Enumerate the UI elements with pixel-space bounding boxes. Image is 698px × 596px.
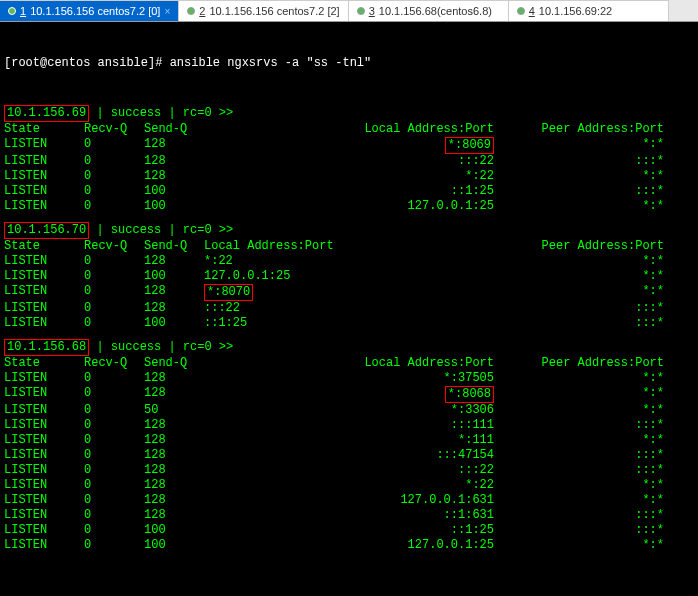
table-row: LISTEN0128:::111:::* — [4, 418, 664, 433]
table-row: LISTEN0100127.0.0.1:25*:* — [4, 199, 664, 214]
cell-peer: *:* — [504, 538, 664, 553]
table-row: LISTEN0128:::47154:::* — [4, 448, 664, 463]
header-peer: Peer Address:Port — [504, 356, 664, 371]
cell-local: *:3306 — [204, 403, 504, 418]
tab-accelerator: 4 — [529, 5, 535, 17]
table-row: LISTEN0100::1:25:::* — [4, 316, 664, 331]
terminal[interactable]: [root@centos ansible]# ansible ngxsrvs -… — [0, 22, 698, 580]
host-block-2: 10.1.156.68 | success | rc=0 >>StateRecv… — [4, 339, 694, 553]
cell-local: ::1:631 — [204, 508, 504, 523]
terminal-output: 10.1.156.69 | success | rc=0 >>StateRecv… — [4, 105, 694, 553]
header-sendq: Send-Q — [144, 239, 204, 254]
tab-accelerator: 1 — [20, 5, 26, 17]
cell-sendq: 128 — [144, 301, 204, 316]
cell-state: LISTEN — [4, 371, 84, 386]
cell-sendq: 128 — [144, 169, 204, 184]
table-row: LISTEN0100127.0.0.1:25*:* — [4, 269, 664, 284]
cell-sendq: 100 — [144, 538, 204, 553]
cell-recvq: 0 — [84, 199, 144, 214]
tab-1[interactable]: 2 10.1.156.156 centos7.2 [2] — [179, 0, 348, 21]
cell-recvq: 0 — [84, 184, 144, 199]
cell-recvq: 0 — [84, 508, 144, 523]
table-row: LISTEN0128*:22*:* — [4, 254, 664, 269]
cell-peer: *:* — [504, 433, 664, 448]
result-status: | success | rc=0 >> — [89, 223, 233, 237]
cell-peer: :::* — [504, 316, 664, 331]
header-peer: Peer Address:Port — [504, 239, 664, 254]
table-header-row: StateRecv-QSend-QLocal Address:PortPeer … — [4, 122, 664, 137]
cell-sendq: 128 — [144, 284, 204, 301]
tab-0[interactable]: 1 10.1.156.156 centos7.2 [0]× — [0, 0, 179, 21]
cell-peer: :::* — [504, 523, 664, 538]
cell-sendq: 128 — [144, 433, 204, 448]
host-ip: 10.1.156.70 — [4, 222, 89, 239]
cell-recvq: 0 — [84, 301, 144, 316]
cell-sendq: 128 — [144, 154, 204, 169]
cell-local: *:8069 — [204, 137, 504, 154]
host-result-header: 10.1.156.70 | success | rc=0 >> — [4, 222, 694, 239]
cell-recvq: 0 — [84, 284, 144, 301]
header-state: State — [4, 122, 84, 137]
cell-peer: *:* — [504, 478, 664, 493]
status-dot-icon — [517, 7, 525, 15]
tab-2[interactable]: 3 10.1.156.68(centos6.8) — [349, 0, 509, 21]
cell-local: :::111 — [204, 418, 504, 433]
table-row: LISTEN0100::1:25:::* — [4, 523, 664, 538]
cell-sendq: 128 — [144, 508, 204, 523]
cell-recvq: 0 — [84, 463, 144, 478]
prompt-line: [root@centos ansible]# ansible ngxsrvs -… — [4, 56, 694, 71]
cell-state: LISTEN — [4, 433, 84, 448]
cell-local: 127.0.0.1:25 — [204, 538, 504, 553]
table-row: LISTEN0128*:8070*:* — [4, 284, 664, 301]
cell-state: LISTEN — [4, 448, 84, 463]
header-local: Local Address:Port — [204, 122, 504, 137]
tab-label: 10.1.156.69:22 — [539, 5, 612, 17]
result-status: | success | rc=0 >> — [89, 340, 233, 354]
cell-peer: *:* — [504, 254, 664, 269]
cell-local: :::22 — [204, 154, 504, 169]
cell-peer: :::* — [504, 448, 664, 463]
cell-peer: :::* — [504, 184, 664, 199]
cell-recvq: 0 — [84, 169, 144, 184]
cell-peer: :::* — [504, 463, 664, 478]
cell-recvq: 0 — [84, 386, 144, 403]
header-peer: Peer Address:Port — [504, 122, 664, 137]
cell-recvq: 0 — [84, 433, 144, 448]
cell-local: *:22 — [204, 254, 504, 269]
cell-sendq: 128 — [144, 386, 204, 403]
tab-label: 10.1.156.156 centos7.2 [2] — [209, 5, 339, 17]
cell-recvq: 0 — [84, 448, 144, 463]
tab-label: 10.1.156.156 centos7.2 [0] — [30, 5, 160, 17]
cell-peer: *:* — [504, 199, 664, 214]
cell-state: LISTEN — [4, 386, 84, 403]
cell-recvq: 0 — [84, 316, 144, 331]
cell-sendq: 100 — [144, 269, 204, 284]
cell-sendq: 50 — [144, 403, 204, 418]
cell-peer: *:* — [504, 169, 664, 184]
cell-state: LISTEN — [4, 523, 84, 538]
cell-local: :::22 — [204, 301, 504, 316]
cell-peer: *:* — [504, 403, 664, 418]
table-row: LISTEN0128:::22:::* — [4, 301, 664, 316]
cell-peer: *:* — [504, 371, 664, 386]
table-row: LISTEN0128*:22*:* — [4, 169, 664, 184]
cell-state: LISTEN — [4, 184, 84, 199]
table-row: LISTEN0128:::22:::* — [4, 154, 664, 169]
cell-recvq: 0 — [84, 269, 144, 284]
socket-table: StateRecv-QSend-QLocal Address:PortPeer … — [4, 356, 664, 553]
tab-accelerator: 3 — [369, 5, 375, 17]
highlighted-port: *:8069 — [445, 137, 494, 154]
cell-local: *:8070 — [204, 284, 504, 301]
header-recvq: Recv-Q — [84, 239, 144, 254]
close-icon[interactable]: × — [164, 6, 170, 17]
cell-recvq: 0 — [84, 418, 144, 433]
cell-state: LISTEN — [4, 199, 84, 214]
cell-local: *:22 — [204, 478, 504, 493]
cell-state: LISTEN — [4, 508, 84, 523]
tab-3[interactable]: 4 10.1.156.69:22 — [509, 0, 669, 21]
host-result-header: 10.1.156.69 | success | rc=0 >> — [4, 105, 694, 122]
cell-local: ::1:25 — [204, 316, 504, 331]
cell-state: LISTEN — [4, 478, 84, 493]
cell-sendq: 100 — [144, 523, 204, 538]
tab-label: 10.1.156.68(centos6.8) — [379, 5, 492, 17]
